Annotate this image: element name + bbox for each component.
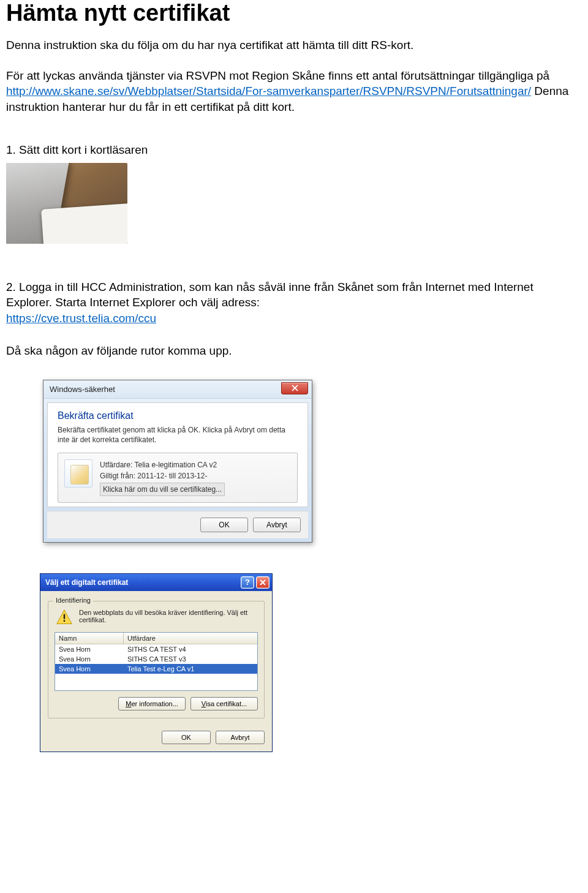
close-button[interactable]: [256, 576, 270, 589]
cert-view-link[interactable]: Klicka här om du vill se certifikateg...: [100, 483, 225, 496]
cell-issuer: Telia Test e-Leg CA v1: [124, 664, 257, 674]
cell-name: Svea Horn: [55, 644, 124, 654]
cell-name: Svea Horn: [55, 654, 124, 664]
view-cert-button[interactable]: Visa certifikat...: [190, 697, 258, 710]
cell-issuer: SITHS CA TEST v4: [124, 644, 257, 654]
list-item[interactable]: Svea Horn SITHS CA TEST v4: [55, 644, 257, 654]
prerequisites-link[interactable]: http://www.skane.se/sv/Webbplatser/Start…: [6, 85, 531, 97]
dialog-titlebar: Windows-säkerhet: [43, 380, 312, 399]
confirm-cert-dialog: Windows-säkerhet Bekräfta certifikat Bek…: [43, 380, 312, 542]
warning-icon: [56, 609, 73, 626]
intro-paragraph-1: Denna instruktion ska du följa om du har…: [6, 37, 582, 53]
step-1-label: 1. Sätt ditt kort i kortläsaren: [6, 143, 582, 157]
cell-name: Svea Horn: [55, 664, 124, 674]
list-item-selected[interactable]: Svea Horn Telia Test e-Leg CA v1: [55, 664, 257, 674]
groupbox-legend: Identifiering: [53, 597, 93, 604]
list-item[interactable]: Svea Horn SITHS CA TEST v3: [55, 654, 257, 664]
svg-rect-1: [64, 614, 65, 619]
choose-cert-dialog: Välj ett digitalt certifikat ? Identifie…: [40, 573, 273, 752]
close-button[interactable]: [281, 382, 308, 394]
ok-button[interactable]: OK: [200, 518, 248, 532]
intro-2-prefix: För att lyckas använda tjänster via RSVP…: [6, 69, 549, 82]
certificate-list[interactable]: Namn Utfärdare Svea Horn SITHS CA TEST v…: [55, 632, 258, 691]
cell-issuer: SITHS CA TEST v3: [124, 654, 257, 664]
col-issuer[interactable]: Utfärdare: [124, 633, 257, 644]
dialog-heading: Bekräfta certifikat: [58, 410, 298, 421]
certificate-card[interactable]: Utfärdare: Telia e-legitimation CA v2 Gi…: [58, 453, 298, 503]
ok-button[interactable]: OK: [162, 731, 211, 744]
identify-message: Den webbplats du vill besöka kräver iden…: [79, 609, 258, 624]
card-reader-photo: [6, 163, 127, 244]
outro-text: Då ska någon av följande rutor komma upp…: [6, 343, 582, 359]
intro-paragraph-2: För att lyckas använda tjänster via RSVP…: [6, 68, 582, 115]
more-info-button[interactable]: Mer information...: [118, 697, 186, 710]
close-icon: [260, 579, 266, 586]
close-icon: [292, 385, 298, 391]
step-2-text: 2. Logga in till HCC Administration, som…: [6, 281, 533, 309]
ccu-link[interactable]: https://cve.trust.telia.com/ccu: [6, 312, 156, 325]
cancel-button[interactable]: Avbryt: [253, 518, 301, 532]
page-title: Hämta nytt certifikat: [6, 0, 582, 26]
dialog-titlebar: Välj ett digitalt certifikat ?: [40, 574, 272, 591]
col-name[interactable]: Namn: [55, 633, 124, 644]
svg-rect-2: [64, 620, 65, 622]
dialog-title: Windows-säkerhet: [50, 385, 115, 394]
certificate-icon: [64, 459, 92, 488]
cert-validity: Giltigt från: 2011-12- till 2013-12-: [100, 470, 225, 481]
cancel-button[interactable]: Avbryt: [216, 731, 265, 744]
dialog-title: Välj ett digitalt certifikat: [45, 578, 128, 587]
dialog-sub: Bekräfta certifikatet genom att klicka p…: [58, 425, 298, 445]
step-2-label: 2. Logga in till HCC Administration, som…: [6, 279, 582, 326]
help-button[interactable]: ?: [241, 576, 254, 589]
cert-issuer: Utfärdare: Telia e-legitimation CA v2: [100, 459, 225, 470]
